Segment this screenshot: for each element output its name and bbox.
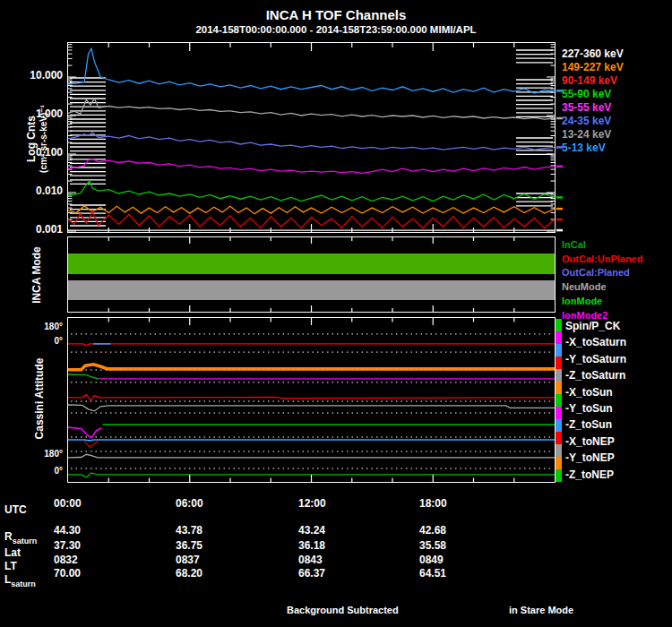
- attitude-strip-segment: [556, 469, 562, 482]
- flux-legend-item: 227-360 keV: [562, 47, 624, 60]
- inca-plot-window: INCA H TOF Channels 2014-158T00:00:00.00…: [0, 0, 672, 627]
- attitude-legend-item: -Z_toSaturn: [565, 369, 625, 382]
- table-row-label-text: Lat: [4, 546, 21, 559]
- attitude-strip-segment: [556, 344, 562, 356]
- table-cell: 44.30: [54, 524, 90, 537]
- table-row-label: Lat: [4, 546, 21, 559]
- attitude-strip-segment: [556, 319, 562, 331]
- flux-y-tick-label: 1.000: [0, 107, 63, 120]
- table-row-label-text: UTC: [4, 503, 27, 516]
- attitude-y-tick-label: 180°: [0, 322, 63, 331]
- flux-legend-item: 5-13 keV: [562, 142, 606, 154]
- mode-y-axis-title: INCA Mode: [30, 226, 43, 324]
- attitude-strip-segment: [556, 331, 562, 344]
- table-cell: 70.00: [54, 567, 90, 580]
- table-cell: 0849: [419, 554, 455, 566]
- attitude-strip-segment: [556, 369, 562, 382]
- table-cell: 43.78: [176, 524, 211, 537]
- table-row-label-text: R: [4, 530, 13, 543]
- attitude-legend-item: -X_toNEP: [565, 435, 615, 448]
- page-subtitle: 2014-158T00:00:00.000 - 2014-158T23:59:0…: [0, 24, 672, 35]
- attitude-y-tick-label: 0°: [0, 466, 63, 476]
- flux-y-tick-label: 10.000: [0, 69, 63, 82]
- attitude-legend-item: -X_toSaturn: [565, 336, 626, 348]
- table-row-label: Rsaturn: [4, 530, 37, 545]
- flux-legend-item: 90-149 keV: [562, 74, 617, 87]
- attitude-legend-item: -X_toSun: [565, 386, 613, 399]
- attitude-legend-item: -Y_toNEP: [565, 451, 615, 464]
- attitude-panel: [67, 317, 556, 483]
- attitude-y-tick-label: 0°: [0, 336, 63, 346]
- utc-tick-label: 06:00: [176, 497, 211, 510]
- attitude-strip-segment: [556, 382, 562, 394]
- table-row-label: UTC: [4, 503, 27, 516]
- utc-tick-label: 12:00: [298, 497, 334, 510]
- background-subtracted-note: Background Subtracted: [287, 605, 399, 615]
- mode-legend-item: NeuMode: [562, 281, 607, 292]
- attitude-chart: [68, 318, 555, 482]
- attitude-strip-segment: [556, 444, 562, 457]
- mode-legend-item: OutCal:UnPlaned: [562, 253, 642, 264]
- table-cell: 68.20: [176, 567, 211, 580]
- utc-tick-label: 18:00: [419, 497, 455, 510]
- table-cell: 42.68: [419, 524, 455, 537]
- flux-legend-item: 13-24 keV: [562, 128, 611, 141]
- attitude-strip-segment: [556, 394, 562, 407]
- page-title: INCA H TOF Channels: [0, 7, 672, 22]
- table-cell: 66.37: [298, 567, 334, 580]
- table-cell: 0843: [298, 554, 334, 566]
- stare-mode-note: in Stare Mode: [509, 605, 573, 615]
- mode-legend-item: InCal: [562, 239, 586, 250]
- table-cell: 0837: [176, 554, 211, 566]
- flux-y-tick-label: 0.100: [0, 146, 63, 159]
- attitude-strip-segment: [556, 356, 562, 369]
- flux-legend-item: 35-55 keV: [562, 101, 611, 114]
- attitude-strip-segment: [556, 432, 562, 444]
- table-row-label-text: LT: [4, 560, 17, 572]
- attitude-legend-item: -Y_toSaturn: [565, 353, 626, 365]
- attitude-legend-item: -Z_toSun: [565, 418, 612, 431]
- mode-legend-item: OutCal:Planed: [562, 267, 630, 278]
- inca-mode-chart: [68, 237, 555, 312]
- attitude-legend-item: -Z_toNEP: [565, 468, 614, 481]
- table-cell: 35.58: [419, 539, 455, 552]
- table-cell: 64.51: [419, 567, 455, 580]
- mode-legend-item: IonMode: [562, 296, 602, 306]
- flux-legend-item: 55-90 keV: [562, 88, 611, 100]
- table-cell: 43.24: [298, 524, 334, 537]
- table-cell: 0832: [54, 554, 90, 566]
- mode-legend-item: IonMode2: [562, 310, 607, 321]
- inca-mode-panel: [67, 236, 556, 313]
- flux-y-tick-label: 0.010: [0, 185, 63, 197]
- attitude-strip-segment: [556, 457, 562, 469]
- flux-panel: [67, 42, 556, 233]
- flux-legend-item: 149-227 keV: [562, 61, 624, 73]
- table-row-label: Lsaturn: [4, 573, 36, 588]
- attitude-y-tick-label: 180°: [0, 449, 63, 459]
- flux-chart: [68, 43, 555, 232]
- flux-legend-item: 24-35 keV: [562, 115, 611, 127]
- table-row-label-subscript: saturn: [11, 580, 36, 588]
- table-row-label: LT: [4, 560, 17, 572]
- flux-y-axis-title: Log Cnts (cm²-sr-s-keV)⁻¹: [26, 85, 49, 193]
- utc-tick-label: 00:00: [54, 497, 90, 510]
- attitude-y-axis-title: Cassini Attitude: [33, 336, 46, 461]
- table-cell: 37.30: [54, 539, 90, 552]
- attitude-strip-segment: [556, 407, 562, 419]
- table-cell: 36.75: [176, 539, 211, 552]
- table-row-label-subscript: saturn: [13, 537, 38, 545]
- table-cell: 36.18: [298, 539, 334, 552]
- attitude-legend-item: Spin/P_CK: [565, 320, 620, 332]
- attitude-legend-item: -Y_toSun: [565, 402, 613, 415]
- attitude-strip-segment: [556, 419, 562, 432]
